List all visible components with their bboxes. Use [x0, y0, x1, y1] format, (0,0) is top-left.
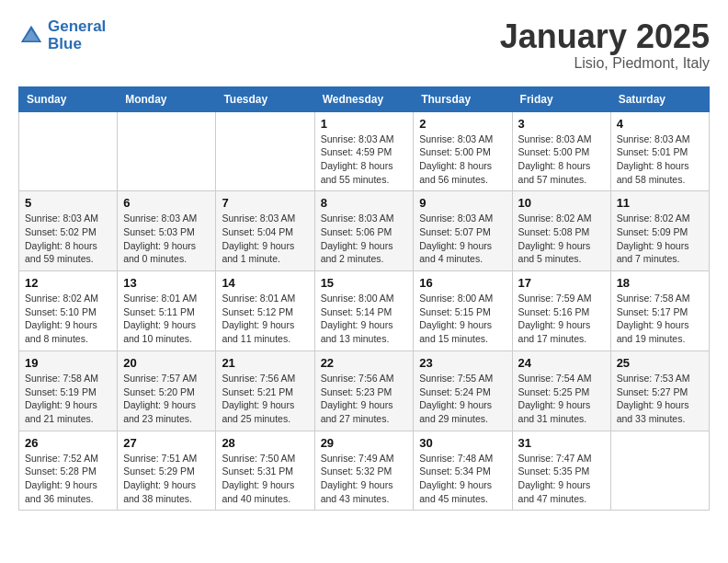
day-info: Sunrise: 7:48 AM Sunset: 5:34 PM Dayligh…: [419, 452, 506, 506]
logo-text-blue: Blue: [48, 36, 106, 53]
calendar-cell: 5Sunrise: 8:03 AM Sunset: 5:02 PM Daylig…: [19, 191, 118, 271]
day-info: Sunrise: 8:02 AM Sunset: 5:10 PM Dayligh…: [25, 292, 111, 346]
day-info: Sunrise: 7:57 AM Sunset: 5:20 PM Dayligh…: [123, 372, 210, 426]
calendar-cell: 23Sunrise: 7:55 AM Sunset: 5:24 PM Dayli…: [414, 350, 512, 431]
calendar-cell: 11Sunrise: 8:02 AM Sunset: 5:09 PM Dayli…: [610, 191, 709, 271]
day-info: Sunrise: 8:03 AM Sunset: 5:01 PM Dayligh…: [617, 132, 703, 187]
day-info: Sunrise: 8:03 AM Sunset: 5:03 PM Dayligh…: [123, 212, 210, 266]
weekday-header-friday: Friday: [512, 86, 610, 111]
day-info: Sunrise: 7:52 AM Sunset: 5:28 PM Dayligh…: [25, 452, 111, 506]
day-number: 15: [321, 276, 408, 290]
day-info: Sunrise: 8:02 AM Sunset: 5:08 PM Dayligh…: [518, 212, 605, 266]
calendar-cell: 27Sunrise: 7:51 AM Sunset: 5:29 PM Dayli…: [118, 431, 216, 511]
day-number: 18: [617, 276, 703, 290]
weekday-header-thursday: Thursday: [414, 86, 512, 111]
calendar-cell: [216, 111, 314, 191]
calendar-cell: 14Sunrise: 8:01 AM Sunset: 5:12 PM Dayli…: [216, 271, 314, 351]
day-number: 28: [222, 436, 308, 450]
day-number: 29: [321, 436, 408, 450]
day-info: Sunrise: 8:01 AM Sunset: 5:12 PM Dayligh…: [222, 292, 308, 346]
weekday-header-row: SundayMondayTuesdayWednesdayThursdayFrid…: [19, 86, 710, 111]
calendar-cell: 19Sunrise: 7:58 AM Sunset: 5:19 PM Dayli…: [19, 350, 118, 431]
day-info: Sunrise: 7:54 AM Sunset: 5:25 PM Dayligh…: [518, 372, 605, 426]
title-block: January 2025 Lisio, Piedmont, Italy: [500, 18, 710, 72]
calendar-cell: 18Sunrise: 7:58 AM Sunset: 5:17 PM Dayli…: [610, 271, 709, 351]
day-info: Sunrise: 7:56 AM Sunset: 5:23 PM Dayligh…: [321, 372, 408, 426]
day-number: 5: [25, 196, 111, 210]
day-info: Sunrise: 7:50 AM Sunset: 5:31 PM Dayligh…: [222, 452, 308, 506]
month-title: January 2025: [500, 18, 710, 55]
calendar-cell: [610, 431, 709, 511]
day-number: 20: [123, 356, 210, 370]
day-number: 7: [222, 196, 308, 210]
day-info: Sunrise: 7:56 AM Sunset: 5:21 PM Dayligh…: [222, 372, 308, 426]
location: Lisio, Piedmont, Italy: [500, 55, 710, 72]
day-number: 3: [518, 117, 605, 131]
day-number: 27: [123, 436, 210, 450]
week-row-4: 19Sunrise: 7:58 AM Sunset: 5:19 PM Dayli…: [19, 350, 710, 431]
calendar-cell: 25Sunrise: 7:53 AM Sunset: 5:27 PM Dayli…: [610, 350, 709, 431]
day-info: Sunrise: 7:58 AM Sunset: 5:17 PM Dayligh…: [617, 292, 703, 346]
calendar-cell: 31Sunrise: 7:47 AM Sunset: 5:35 PM Dayli…: [512, 431, 610, 511]
calendar-cell: 15Sunrise: 8:00 AM Sunset: 5:14 PM Dayli…: [314, 271, 414, 351]
calendar-cell: 8Sunrise: 8:03 AM Sunset: 5:06 PM Daylig…: [314, 191, 414, 271]
day-number: 22: [321, 356, 408, 370]
week-row-5: 26Sunrise: 7:52 AM Sunset: 5:28 PM Dayli…: [19, 431, 710, 511]
calendar-cell: 30Sunrise: 7:48 AM Sunset: 5:34 PM Dayli…: [414, 431, 512, 511]
calendar-cell: 20Sunrise: 7:57 AM Sunset: 5:20 PM Dayli…: [118, 350, 216, 431]
day-info: Sunrise: 7:53 AM Sunset: 5:27 PM Dayligh…: [617, 372, 703, 426]
day-number: 23: [419, 356, 506, 370]
day-info: Sunrise: 8:00 AM Sunset: 5:14 PM Dayligh…: [321, 292, 408, 346]
calendar-cell: 21Sunrise: 7:56 AM Sunset: 5:21 PM Dayli…: [216, 350, 314, 431]
day-number: 16: [419, 276, 506, 290]
logo-text-general: General: [48, 17, 106, 35]
day-number: 17: [518, 276, 605, 290]
weekday-header-monday: Monday: [118, 86, 216, 111]
calendar-cell: 16Sunrise: 8:00 AM Sunset: 5:15 PM Dayli…: [414, 271, 512, 351]
calendar-cell: 17Sunrise: 7:59 AM Sunset: 5:16 PM Dayli…: [512, 271, 610, 351]
day-info: Sunrise: 8:03 AM Sunset: 5:04 PM Dayligh…: [222, 212, 308, 266]
calendar-cell: 1Sunrise: 8:03 AM Sunset: 4:59 PM Daylig…: [314, 111, 414, 191]
calendar-cell: 4Sunrise: 8:03 AM Sunset: 5:01 PM Daylig…: [610, 111, 709, 191]
day-number: 13: [123, 276, 210, 290]
logo-icon: [18, 23, 44, 49]
calendar-cell: 28Sunrise: 7:50 AM Sunset: 5:31 PM Dayli…: [216, 431, 314, 511]
day-info: Sunrise: 8:03 AM Sunset: 5:07 PM Dayligh…: [419, 212, 506, 266]
day-info: Sunrise: 7:59 AM Sunset: 5:16 PM Dayligh…: [518, 292, 605, 346]
day-number: 31: [518, 436, 605, 450]
day-number: 14: [222, 276, 308, 290]
page-header: General Blue January 2025 Lisio, Piedmon…: [18, 18, 710, 72]
calendar-cell: 3Sunrise: 8:03 AM Sunset: 5:00 PM Daylig…: [512, 111, 610, 191]
weekday-header-wednesday: Wednesday: [314, 86, 414, 111]
day-info: Sunrise: 8:01 AM Sunset: 5:11 PM Dayligh…: [123, 292, 210, 346]
day-number: 11: [617, 196, 703, 210]
weekday-header-sunday: Sunday: [19, 86, 118, 111]
day-number: 4: [617, 117, 703, 131]
calendar-table: SundayMondayTuesdayWednesdayThursdayFrid…: [18, 86, 710, 511]
day-info: Sunrise: 7:55 AM Sunset: 5:24 PM Dayligh…: [419, 372, 506, 426]
day-info: Sunrise: 7:58 AM Sunset: 5:19 PM Dayligh…: [25, 372, 111, 426]
calendar-cell: 29Sunrise: 7:49 AM Sunset: 5:32 PM Dayli…: [314, 431, 414, 511]
day-number: 19: [25, 356, 111, 370]
day-number: 1: [321, 117, 408, 131]
calendar-cell: 9Sunrise: 8:03 AM Sunset: 5:07 PM Daylig…: [414, 191, 512, 271]
weekday-header-tuesday: Tuesday: [216, 86, 314, 111]
week-row-2: 5Sunrise: 8:03 AM Sunset: 5:02 PM Daylig…: [19, 191, 710, 271]
calendar-cell: 22Sunrise: 7:56 AM Sunset: 5:23 PM Dayli…: [314, 350, 414, 431]
calendar-cell: [118, 111, 216, 191]
day-info: Sunrise: 8:02 AM Sunset: 5:09 PM Dayligh…: [617, 212, 703, 266]
day-number: 26: [25, 436, 111, 450]
week-row-3: 12Sunrise: 8:02 AM Sunset: 5:10 PM Dayli…: [19, 271, 710, 351]
day-number: 25: [617, 356, 703, 370]
calendar-cell: 7Sunrise: 8:03 AM Sunset: 5:04 PM Daylig…: [216, 191, 314, 271]
day-number: 6: [123, 196, 210, 210]
day-info: Sunrise: 7:47 AM Sunset: 5:35 PM Dayligh…: [518, 452, 605, 506]
calendar-cell: 10Sunrise: 8:02 AM Sunset: 5:08 PM Dayli…: [512, 191, 610, 271]
day-info: Sunrise: 8:03 AM Sunset: 5:02 PM Dayligh…: [25, 212, 111, 266]
calendar-cell: 12Sunrise: 8:02 AM Sunset: 5:10 PM Dayli…: [19, 271, 118, 351]
day-number: 10: [518, 196, 605, 210]
logo: General Blue: [18, 18, 106, 52]
day-number: 24: [518, 356, 605, 370]
calendar-cell: 24Sunrise: 7:54 AM Sunset: 5:25 PM Dayli…: [512, 350, 610, 431]
day-number: 12: [25, 276, 111, 290]
